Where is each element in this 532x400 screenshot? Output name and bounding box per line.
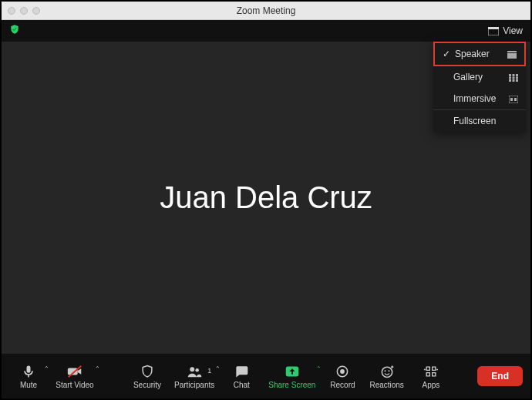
record-icon: [335, 364, 350, 379]
chevron-up-icon[interactable]: ⌃: [215, 365, 221, 372]
svg-rect-14: [510, 98, 513, 101]
chevron-up-icon[interactable]: ⌃: [316, 365, 322, 372]
control-label: Reactions: [369, 381, 403, 389]
shield-icon: [140, 364, 155, 379]
security-button[interactable]: Security: [128, 361, 167, 392]
window-title: Zoom Meeting: [2, 5, 530, 16]
control-label: Chat: [234, 381, 250, 389]
end-button[interactable]: End: [477, 366, 523, 386]
gallery-layout-icon: [509, 73, 518, 81]
view-option-immersive[interactable]: Immersive: [433, 88, 526, 109]
svg-point-23: [382, 367, 392, 377]
mute-button[interactable]: Mute ⌃: [9, 361, 48, 392]
view-label: View: [503, 25, 523, 36]
meeting-topbar: View: [2, 20, 530, 42]
chat-icon: [234, 364, 249, 379]
control-label: Record: [330, 381, 355, 389]
view-option-speaker[interactable]: ✓ Speaker: [433, 42, 526, 66]
svg-rect-12: [516, 79, 518, 82]
svg-rect-6: [516, 74, 518, 76]
control-label: Participants: [174, 381, 214, 389]
video-stage: Juan Dela Cruz ✓ Speaker Gallery Immersi: [2, 42, 530, 354]
view-option-label: Speaker: [455, 49, 490, 59]
svg-point-19: [196, 368, 200, 371]
control-label: Start Video: [56, 381, 93, 389]
window-controls: [8, 7, 40, 15]
chevron-up-icon[interactable]: ⌃: [95, 365, 100, 372]
control-label: Mute: [20, 381, 37, 389]
view-option-label: Immersive: [453, 93, 496, 104]
share-screen-button[interactable]: Share Screen ⌃: [264, 361, 320, 392]
svg-rect-13: [509, 96, 518, 103]
titlebar: Zoom Meeting: [2, 2, 530, 20]
meeting-controls: Mute ⌃ Start Video ⌃ Security 1 Particip…: [2, 354, 530, 398]
svg-point-24: [384, 370, 386, 371]
record-button[interactable]: Record: [323, 361, 362, 392]
people-icon: [186, 364, 203, 379]
participant-name: Juan Dela Cruz: [160, 180, 372, 215]
minimize-window-button[interactable]: [20, 7, 28, 15]
close-window-button[interactable]: [8, 7, 15, 15]
video-off-icon: [66, 364, 83, 379]
share-screen-icon: [284, 364, 301, 379]
chat-button[interactable]: Chat: [222, 361, 261, 392]
svg-rect-2: [507, 51, 517, 52]
participants-button[interactable]: 1 Participants ⌃: [170, 361, 219, 392]
svg-rect-4: [509, 74, 511, 76]
svg-rect-11: [513, 79, 515, 82]
start-video-button[interactable]: Start Video ⌃: [51, 361, 99, 392]
svg-rect-3: [507, 53, 517, 59]
speaker-layout-icon: [507, 50, 517, 58]
svg-rect-7: [509, 77, 511, 79]
svg-rect-8: [513, 77, 515, 79]
chevron-up-icon[interactable]: ⌃: [44, 365, 49, 372]
svg-rect-9: [516, 77, 518, 79]
view-menu: ✓ Speaker Gallery Immersive: [433, 42, 526, 132]
svg-rect-1: [488, 27, 499, 29]
svg-point-25: [388, 370, 389, 371]
svg-rect-5: [513, 74, 515, 76]
svg-rect-10: [509, 79, 511, 82]
view-option-fullscreen[interactable]: Fullscreen: [433, 110, 526, 132]
control-label: Apps: [422, 381, 439, 389]
apps-button[interactable]: Apps: [412, 361, 450, 392]
svg-point-22: [340, 369, 345, 374]
view-option-gallery[interactable]: Gallery: [433, 66, 526, 88]
svg-point-18: [190, 367, 194, 371]
participants-count: 1: [207, 367, 211, 375]
encryption-shield-icon[interactable]: [9, 24, 20, 38]
control-label: Share Screen: [268, 381, 315, 389]
end-label: End: [491, 371, 509, 382]
view-layout-icon: [488, 27, 499, 35]
view-button[interactable]: View: [488, 25, 523, 36]
apps-icon: [423, 364, 439, 379]
reactions-button[interactable]: Reactions: [365, 361, 408, 392]
view-option-label: Gallery: [453, 72, 483, 82]
check-icon: ✓: [443, 49, 450, 59]
microphone-icon: [21, 364, 36, 379]
reactions-icon: [379, 364, 395, 379]
control-label: Security: [133, 381, 161, 389]
svg-rect-15: [514, 98, 517, 101]
view-option-label: Fullscreen: [453, 116, 496, 126]
maximize-window-button[interactable]: [32, 7, 40, 15]
immersive-layout-icon: [509, 95, 518, 103]
